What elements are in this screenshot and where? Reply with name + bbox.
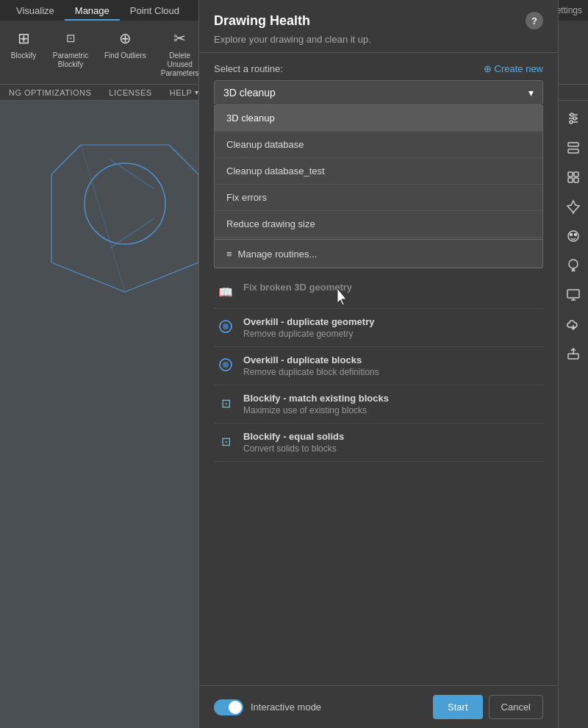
panel-body: Select a routine: ⊕ Create new 3D cleanu… bbox=[199, 53, 558, 685]
find-outliers-button[interactable]: ⊕ Find Outliers bbox=[100, 24, 151, 81]
dropdown-item-reduce-drawing-size[interactable]: Reduce drawing size bbox=[215, 211, 542, 238]
main-area: Drawing Health ? Explore your drawing an… bbox=[0, 101, 588, 728]
fix-broken-3d-title: Fix broken 3D geometry bbox=[243, 282, 540, 293]
panel-title: Drawing Health bbox=[214, 13, 310, 29]
svg-rect-27 bbox=[574, 178, 578, 182]
create-new-button[interactable]: ⊕ Create new bbox=[484, 63, 543, 74]
blockify-match-title: Blockify - match existing blocks bbox=[243, 393, 540, 404]
panel-header: Drawing Health ? Explore your drawing an… bbox=[199, 0, 558, 53]
drawing-canvas bbox=[7, 115, 198, 336]
parametric-blockify-icon: ⊡ bbox=[59, 26, 82, 50]
overkill-blocks-title: Overkill - duplicate blocks bbox=[243, 354, 540, 365]
manage-routines-icon: ≡ bbox=[226, 249, 232, 260]
svg-rect-23 bbox=[568, 149, 578, 153]
sidebar-cloud-button[interactable] bbox=[560, 311, 587, 338]
routine-item-blockify-match[interactable]: ⊡ Blockify - match existing blocks Maxim… bbox=[214, 385, 543, 424]
fix-broken-3d-text: Fix broken 3D geometry bbox=[243, 282, 540, 294]
blockify-match-icon: ⊡ bbox=[217, 394, 234, 412]
manage-routines-button[interactable]: ≡ Manage routines... bbox=[215, 241, 542, 268]
dropdown-item-3d-cleanup[interactable]: 3D cleanup bbox=[215, 105, 542, 132]
sidebar-sliders-button[interactable] bbox=[560, 105, 587, 132]
routine-dropdown: 3D cleanup ▾ 3D cleanup Cleanup database… bbox=[214, 80, 543, 268]
routine-item-overkill-geometry[interactable]: Overkill - duplicate geometry Remove dup… bbox=[214, 309, 543, 347]
sidebar-grid-button[interactable] bbox=[560, 164, 587, 190]
cancel-button[interactable]: Cancel bbox=[489, 695, 543, 719]
overkill-geometry-title: Overkill - duplicate geometry bbox=[243, 316, 540, 327]
overkill-blocks-text: Overkill - duplicate blocks Remove dupli… bbox=[243, 354, 540, 377]
manage-routines-label: Manage routines... bbox=[238, 249, 318, 260]
blockify-equal-title: Blockify - equal solids bbox=[243, 431, 540, 442]
overkill-blocks-desc: Remove duplicate block definitions bbox=[243, 367, 540, 377]
overkill-geometry-desc: Remove duplicate geometry bbox=[243, 329, 540, 339]
panel-footer: Interactive mode Start Cancel bbox=[199, 685, 558, 728]
select-routine-row: Select a routine: ⊕ Create new bbox=[214, 63, 543, 74]
blockify-match-desc: Maximize use of existing blocks bbox=[243, 405, 540, 415]
dropdown-item-cleanup-database-test[interactable]: Cleanup database_test bbox=[215, 158, 542, 185]
footer-buttons: Start Cancel bbox=[433, 695, 543, 719]
blockify-equal-desc: Convert solids to blocks bbox=[243, 443, 540, 454]
panel-help-button[interactable]: ? bbox=[526, 12, 543, 29]
blockify-label: Blockify bbox=[11, 51, 36, 60]
dropdown-list: 3D cleanup Cleanup database Cleanup data… bbox=[214, 105, 543, 268]
svg-point-19 bbox=[570, 113, 573, 116]
blockify-match-text: Blockify - match existing blocks Maximiz… bbox=[243, 393, 540, 415]
dropdown-selected[interactable]: 3D cleanup ▾ bbox=[214, 80, 543, 105]
routine-item-blockify-equal[interactable]: ⊡ Blockify - equal solids Convert solids… bbox=[214, 424, 543, 462]
licenses-label: LICENSES bbox=[109, 88, 151, 97]
find-outliers-icon: ⊕ bbox=[113, 26, 137, 50]
plus-icon: ⊕ bbox=[484, 63, 492, 74]
start-button[interactable]: Start bbox=[433, 695, 482, 719]
blockify-button[interactable]: ⊞ Blockify bbox=[6, 24, 41, 81]
parametric-blockify-button[interactable]: ⊡ Parametric Blockify bbox=[44, 24, 97, 81]
dropdown-item-cleanup-database[interactable]: Cleanup database bbox=[215, 132, 542, 158]
svg-rect-33 bbox=[567, 290, 579, 298]
svg-rect-0 bbox=[7, 115, 198, 336]
dropdown-divider bbox=[215, 239, 542, 240]
routine-list: 📖 Fix broken 3D geometry Overkill - bbox=[214, 274, 543, 462]
delete-unused-params-label: Delete Unused Parameters bbox=[158, 51, 202, 78]
tab-manage[interactable]: Manage bbox=[65, 2, 120, 21]
sidebar-monitor-button[interactable] bbox=[560, 282, 587, 308]
overkill-blocks-icon bbox=[217, 356, 234, 374]
interactive-mode-row: Interactive mode bbox=[214, 699, 321, 715]
svg-point-30 bbox=[570, 234, 572, 236]
sidebar-balloon-button[interactable] bbox=[560, 252, 587, 279]
svg-point-15 bbox=[223, 362, 229, 368]
blockify-icon: ⊞ bbox=[12, 26, 35, 50]
svg-rect-37 bbox=[568, 354, 578, 359]
routine-item-fix-broken-3d[interactable]: 📖 Fix broken 3D geometry bbox=[214, 274, 543, 309]
sidebar-pin-button[interactable] bbox=[560, 193, 587, 220]
svg-rect-24 bbox=[568, 172, 573, 176]
delete-unused-params-icon: ✂ bbox=[168, 26, 192, 50]
svg-point-20 bbox=[573, 117, 576, 120]
ng-optimizations-label: NG OPTIMIZATIONS bbox=[9, 88, 91, 97]
sidebar-layers-button[interactable] bbox=[560, 135, 587, 161]
create-new-label: Create new bbox=[495, 63, 543, 74]
parametric-blockify-label: Parametric Blockify bbox=[49, 51, 93, 69]
drawing-health-panel: Drawing Health ? Explore your drawing an… bbox=[198, 0, 559, 728]
panel-subtitle: Explore your drawing and clean it up. bbox=[214, 34, 543, 45]
sidebar-export-button[interactable] bbox=[560, 340, 587, 367]
help-section-label: HELP ▾ bbox=[170, 88, 199, 97]
select-routine-label: Select a routine: bbox=[214, 63, 283, 74]
right-sidebar bbox=[557, 101, 588, 728]
blockify-equal-text: Blockify - equal solids Convert solids t… bbox=[243, 431, 540, 454]
svg-point-13 bbox=[223, 324, 229, 329]
fix-broken-3d-icon: 📖 bbox=[217, 283, 234, 301]
find-outliers-label: Find Outliers bbox=[104, 51, 146, 60]
tab-visualize[interactable]: Visualize bbox=[6, 2, 65, 21]
overkill-geometry-icon bbox=[217, 318, 234, 335]
svg-rect-26 bbox=[568, 178, 573, 182]
selected-value: 3D cleanup bbox=[223, 87, 276, 99]
svg-point-31 bbox=[574, 234, 576, 236]
overkill-geometry-text: Overkill - duplicate geometry Remove dup… bbox=[243, 316, 540, 339]
svg-point-32 bbox=[569, 260, 578, 268]
chevron-down-icon: ▾ bbox=[528, 87, 534, 99]
tab-point-cloud[interactable]: Point Cloud bbox=[120, 2, 190, 21]
interactive-mode-toggle[interactable] bbox=[214, 699, 243, 715]
interactive-mode-label: Interactive mode bbox=[251, 702, 321, 713]
dropdown-item-fix-errors[interactable]: Fix errors bbox=[215, 185, 542, 211]
svg-point-21 bbox=[570, 121, 573, 124]
routine-item-overkill-blocks[interactable]: Overkill - duplicate blocks Remove dupli… bbox=[214, 347, 543, 385]
sidebar-palette-button[interactable] bbox=[560, 223, 587, 249]
